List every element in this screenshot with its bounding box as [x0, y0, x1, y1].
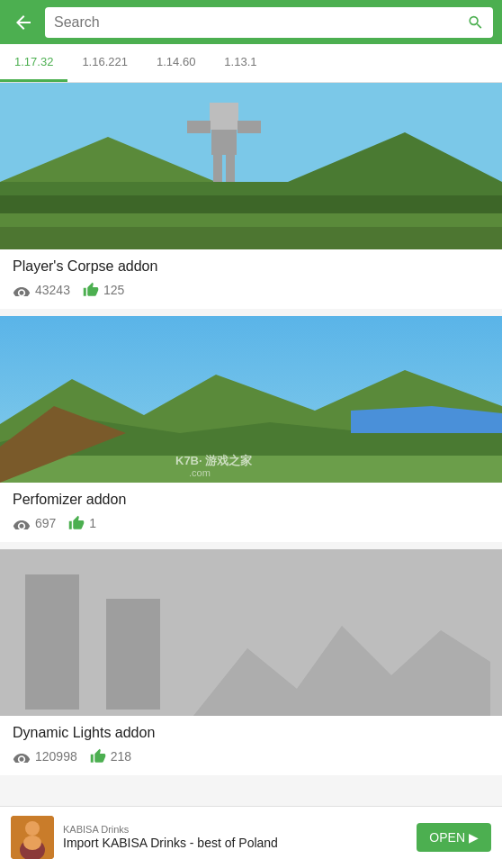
card-corpse-info: Player's Corpse addon 43243 125 [0, 249, 502, 309]
eye-icon-3 [13, 750, 31, 763]
svg-text:.com: .com [189, 467, 211, 478]
card-corpse-title: Player's Corpse addon [13, 258, 489, 275]
ad-thumbnail [11, 816, 54, 845]
svg-rect-10 [213, 155, 222, 182]
card-dynamic[interactable]: Dynamic Lights addon 120998 218 [0, 549, 502, 775]
svg-point-27 [25, 821, 40, 836]
content-area: Player's Corpse addon 43243 125 [0, 83, 502, 845]
search-input[interactable] [54, 14, 467, 31]
dynamic-views: 120998 [13, 749, 77, 764]
back-button[interactable] [9, 8, 38, 37]
perfomizer-views: 697 [13, 516, 56, 530]
card-corpse-meta: 43243 125 [13, 282, 489, 298]
ad-banner: KABISA Drinks Import KABISA Drinks - bes… [0, 806, 502, 845]
svg-rect-11 [226, 155, 235, 182]
svg-rect-12 [0, 227, 502, 249]
perfomizer-likes: 1 [68, 515, 96, 531]
card-dynamic-image [0, 549, 502, 716]
svg-rect-8 [187, 121, 211, 133]
eye-icon [13, 284, 31, 296]
corpse-views: 43243 [13, 283, 70, 297]
header [0, 0, 502, 44]
svg-rect-23 [106, 599, 160, 710]
thumb-up-icon-3 [90, 748, 106, 764]
card-perfomizer-image: K7B· 游戏之家 .com [0, 316, 502, 483]
card-perfomizer-meta: 697 1 [13, 515, 489, 531]
corpse-svg [0, 83, 502, 249]
ad-open-label: OPEN [429, 830, 465, 845]
tab-1-14-60[interactable]: 1.14.60 [142, 44, 210, 82]
version-tabs: 1.17.32 1.16.221 1.14.60 1.13.1 [0, 44, 502, 83]
dynamic-view-count: 120998 [35, 749, 77, 764]
card-perfomizer-title: Perfomizer addon [13, 492, 489, 508]
tab-1-16-221[interactable]: 1.16.221 [67, 44, 142, 82]
card-perfomizer-info: Perfomizer addon 697 1 [0, 483, 502, 542]
dynamic-likes: 218 [90, 748, 131, 764]
tab-1-17-32[interactable]: 1.17.32 [0, 44, 67, 82]
ad-image [11, 816, 54, 845]
search-bar[interactable] [45, 7, 493, 38]
thumb-up-icon [83, 282, 99, 298]
ad-description: Import KABISA Drinks - best of Poland [63, 835, 408, 845]
ad-source: KABISA Drinks [63, 824, 408, 835]
card-corpse[interactable]: Player's Corpse addon 43243 125 [0, 83, 502, 309]
perfomizer-svg: K7B· 游戏之家 .com [0, 316, 502, 483]
search-icon [467, 14, 484, 32]
ad-text-area: KABISA Drinks Import KABISA Drinks - bes… [63, 824, 408, 845]
card-dynamic-title: Dynamic Lights addon [13, 725, 489, 741]
card-dynamic-meta: 120998 218 [13, 748, 489, 764]
svg-text:K7B· 游戏之家: K7B· 游戏之家 [175, 454, 253, 467]
dynamic-svg [0, 549, 502, 716]
card-corpse-image [0, 83, 502, 249]
corpse-likes: 125 [83, 282, 124, 298]
thumb-up-icon-2 [68, 515, 85, 531]
eye-icon-2 [13, 517, 31, 529]
dynamic-like-count: 218 [111, 749, 131, 764]
corpse-like-count: 125 [103, 283, 124, 297]
perfomizer-view-count: 697 [35, 516, 56, 530]
perfomizer-like-count: 1 [89, 516, 96, 530]
corpse-view-count: 43243 [35, 283, 70, 297]
card-dynamic-info: Dynamic Lights addon 120998 218 [0, 716, 502, 775]
svg-rect-22 [25, 574, 79, 710]
svg-rect-7 [210, 103, 238, 130]
ad-open-arrow-icon: ▶ [469, 830, 479, 845]
card-perfomizer[interactable]: K7B· 游戏之家 .com Perfomizer addon 697 1 [0, 316, 502, 542]
svg-rect-9 [238, 121, 261, 133]
ad-open-button[interactable]: OPEN ▶ [417, 823, 491, 845]
tab-1-13-1[interactable]: 1.13.1 [210, 44, 271, 82]
